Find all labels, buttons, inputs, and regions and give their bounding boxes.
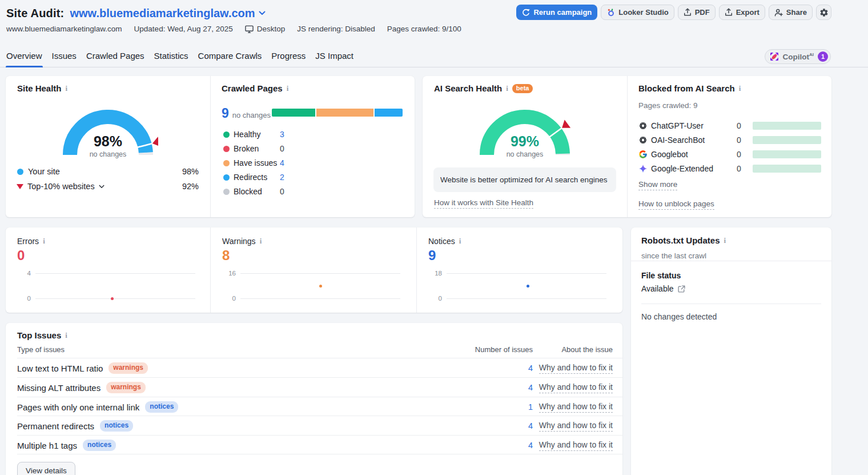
legend-item-broken: Broken	[223, 144, 259, 153]
tab-overview[interactable]: Overview	[6, 51, 42, 67]
y-axis-label: 0	[425, 295, 442, 302]
why-how-to-fix-link[interactable]: Why and how to fix it	[539, 421, 613, 432]
ai-search-card: AI Search Healthi beta 99% no changes We…	[423, 76, 831, 217]
domain-selector-label: www.bluemediamarketinglaw.com	[70, 7, 255, 20]
site-health-legend-your-site: Your site 98%	[17, 167, 199, 176]
column-type-of-issues: Type of issues	[17, 345, 65, 354]
gridline	[35, 273, 195, 274]
info-icon[interactable]: i	[66, 84, 68, 93]
copilot-badge: 1	[818, 51, 828, 62]
info-icon[interactable]: i	[43, 237, 45, 246]
bot-count: 0	[737, 135, 741, 145]
blocked-ai-title: Blocked from AI Searchi	[638, 83, 741, 93]
errors-chart-dot	[111, 297, 114, 300]
pdf-button[interactable]: PDF	[678, 5, 716, 20]
card-divider	[210, 76, 211, 217]
share-button[interactable]: Share	[769, 5, 813, 20]
issue-count-link[interactable]: 4	[528, 364, 533, 373]
header-title-row: Site Audit: www.bluemediamarketinglaw.co…	[6, 5, 266, 21]
tab-statistics[interactable]: Statistics	[154, 51, 188, 67]
gridline	[447, 273, 606, 274]
ai-search-health-gauge-value: 99% no changes	[475, 134, 575, 158]
issue-count-link[interactable]: 4	[528, 441, 533, 450]
openai-icon	[638, 121, 648, 131]
your-site-dot	[17, 169, 23, 175]
file-status-value[interactable]: Available	[641, 284, 685, 293]
meta-device: Desktop	[245, 25, 286, 33]
gridline	[447, 298, 606, 299]
looker-studio-button[interactable]: Looker Studio	[601, 5, 674, 20]
how-to-unblock-link[interactable]: How to unblock pages	[638, 198, 714, 209]
info-icon[interactable]: i	[506, 84, 508, 93]
issue-count-link[interactable]: 4	[528, 383, 533, 392]
site-health-legend-benchmark[interactable]: Top-10% websites 92%	[17, 182, 199, 191]
notices-pill: notices	[100, 420, 133, 431]
card-divider	[210, 227, 211, 313]
have-issues-count-link[interactable]: 4	[280, 158, 284, 167]
header-actions: Rerun campaign Looker Studio PDF Export …	[516, 5, 831, 20]
why-how-to-fix-link[interactable]: Why and how to fix it	[539, 440, 613, 451]
ai-search-how-it-works-link[interactable]: How it works with Site Health	[434, 197, 533, 207]
why-how-to-fix-link[interactable]: Why and how to fix it	[539, 402, 613, 413]
bot-row-googlebot: Googlebot	[638, 149, 688, 160]
info-icon[interactable]: i	[260, 237, 262, 246]
issue-count-link[interactable]: 1	[528, 402, 533, 412]
show-more-link[interactable]: Show more	[638, 179, 677, 189]
site-health-title: Site Healthi	[17, 83, 67, 93]
info-icon[interactable]: i	[65, 331, 67, 340]
broken-count: 0	[280, 144, 284, 153]
legend-item-healthy: Healthy	[223, 130, 260, 139]
warnings-pill: warnings	[106, 382, 146, 393]
why-how-to-fix-link[interactable]: Why and how to fix it	[539, 363, 613, 374]
tab-js-impact[interactable]: JS Impact	[315, 51, 353, 67]
card-divider	[627, 76, 628, 217]
info-icon[interactable]: i	[724, 236, 726, 245]
copilot-button[interactable]: CopilotAI 1	[765, 49, 831, 64]
legend-item-have-issues: Have issues	[223, 158, 277, 167]
info-icon[interactable]: i	[459, 237, 461, 246]
bot-bar	[753, 165, 821, 173]
domain-selector[interactable]: www.bluemediamarketinglaw.com	[70, 7, 265, 20]
tab-crawled-pages[interactable]: Crawled Pages	[86, 51, 144, 67]
blocked-count: 0	[280, 187, 284, 196]
settings-button[interactable]	[816, 5, 831, 20]
crawled-pages-title: Crawled Pagesi	[222, 83, 288, 93]
notices-title: Noticesi	[428, 237, 461, 246]
warnings-count: 8	[222, 249, 230, 262]
bar-segment-healthy	[272, 109, 315, 117]
refresh-icon	[522, 9, 530, 17]
tab-progress[interactable]: Progress	[271, 51, 306, 67]
robots-txt-card: Robots.txt Updatesi since the last crawl…	[631, 227, 831, 475]
info-icon[interactable]: i	[287, 84, 289, 93]
blocked-dot	[223, 189, 230, 195]
view-details-button[interactable]: View details	[17, 462, 75, 475]
tab-compare-crawls[interactable]: Compare Crawls	[198, 51, 262, 67]
meta-pages-crawled: Pages crawled: 9/100	[387, 25, 461, 33]
rerun-campaign-label: Rerun campaign	[533, 8, 592, 17]
export-button[interactable]: Export	[719, 5, 765, 20]
redirects-count-link[interactable]: 2	[280, 173, 284, 182]
page-title: Site Audit:	[6, 7, 64, 20]
google-g-icon	[638, 150, 648, 159]
issue-row-missing-alt: Missing ALT attributes warnings 4 Why an…	[17, 378, 613, 397]
robots-no-changes: No changes detected	[641, 312, 717, 321]
have-issues-dot	[223, 160, 230, 166]
warnings-pill: warnings	[108, 362, 148, 373]
bot-row-oai-searchbot: OAI-SearchBot	[638, 134, 705, 146]
ai-search-note: Website is better optimized for AI searc…	[433, 167, 616, 192]
info-icon[interactable]: i	[739, 84, 741, 93]
crawled-pages-stacked-bar	[272, 109, 403, 117]
tab-issues[interactable]: Issues	[52, 51, 77, 67]
healthy-count-link[interactable]: 3	[280, 130, 284, 139]
gridline	[35, 298, 195, 299]
bar-segment-have-issues	[315, 109, 373, 117]
upload-icon	[725, 8, 733, 17]
issue-count-link[interactable]: 4	[528, 421, 533, 430]
meta-js-rendering: JS rendering: Disabled	[297, 25, 375, 33]
meta-device-label: Desktop	[257, 25, 286, 33]
rerun-campaign-button[interactable]: Rerun campaign	[516, 5, 597, 20]
issue-row-one-internal-link: Pages with only one internal link notice…	[17, 397, 613, 417]
why-how-to-fix-link[interactable]: Why and how to fix it	[539, 382, 613, 393]
tabbar: Overview Issues Crawled Pages Statistics…	[6, 51, 353, 67]
notices-pill: notices	[145, 401, 178, 412]
